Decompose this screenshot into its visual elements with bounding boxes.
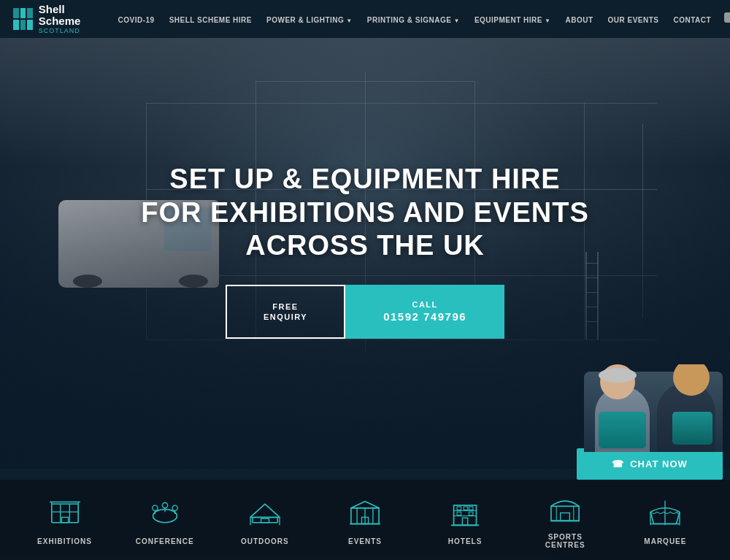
- chat-widget: ☎ CHAT NOW: [562, 364, 730, 480]
- svg-rect-2: [51, 504, 77, 522]
- nav-about[interactable]: ABOUT: [558, 16, 600, 24]
- logo-grid-icon: [13, 8, 33, 30]
- events-icon: [347, 495, 383, 532]
- nav-power-lighting[interactable]: POWER & LIGHTING▼: [259, 16, 360, 24]
- nav-equipment-hire[interactable]: EQUIPMENT HIRE▼: [467, 16, 558, 24]
- conference-icon: [147, 495, 183, 532]
- brand-sub: SCOTLAND: [39, 28, 89, 35]
- hero-content: SET UP & EQUIPMENT HIRE FOR EXHIBITIONS …: [141, 163, 589, 339]
- youtube-icon[interactable]: [724, 12, 730, 25]
- exhibitions-label: EXHIBITIONS: [37, 537, 92, 545]
- svg-point-13: [172, 505, 177, 510]
- nav-printing-signage[interactable]: PRINTING & SIGNAGE▼: [360, 16, 467, 24]
- svg-rect-39: [551, 506, 579, 521]
- nav-covid[interactable]: COVID-19: [111, 16, 162, 24]
- svg-rect-34: [469, 506, 473, 510]
- venue-hotels[interactable]: HOTELS: [415, 495, 515, 545]
- marquee-icon: [647, 495, 683, 532]
- nav-contact[interactable]: CONTACT: [666, 16, 719, 24]
- sports-centres-label: SPORTS CENTRES: [536, 533, 594, 549]
- venue-events[interactable]: EVENTS: [315, 495, 415, 545]
- free-enquiry-button[interactable]: FREE ENQUIRY: [226, 285, 345, 339]
- nav-links: COVID-19 SHELL SCHEME HIRE POWER & LIGHT…: [111, 12, 730, 26]
- hero-buttons: FREE ENQUIRY CALL 01592 749796: [141, 285, 589, 339]
- logo[interactable]: Shell Scheme SCOTLAND: [13, 4, 89, 35]
- chat-now-button[interactable]: ☎ CHAT NOW: [577, 448, 723, 480]
- hotels-label: HOTELS: [448, 537, 483, 545]
- call-button[interactable]: CALL 01592 749796: [345, 285, 504, 339]
- svg-marker-23: [351, 501, 379, 507]
- marquee-label: MARQUEE: [644, 537, 686, 545]
- events-label: EVENTS: [348, 537, 382, 545]
- navbar: Shell Scheme SCOTLAND COVID-19 SHELL SCH…: [0, 0, 730, 38]
- chat-people-image: [584, 364, 723, 452]
- svg-rect-33: [464, 506, 467, 510]
- svg-rect-0: [724, 12, 730, 23]
- svg-point-11: [152, 505, 157, 510]
- svg-rect-35: [457, 512, 461, 515]
- svg-rect-40: [561, 513, 570, 521]
- phone-icon: ☎: [612, 459, 624, 469]
- venue-conference[interactable]: CONFERENCE: [115, 495, 215, 545]
- svg-rect-9: [61, 517, 68, 522]
- svg-rect-17: [253, 517, 278, 522]
- hero-title: SET UP & EQUIPMENT HIRE FOR EXHIBITIONS …: [141, 163, 589, 263]
- svg-marker-18: [250, 504, 280, 517]
- svg-rect-36: [469, 512, 473, 515]
- svg-point-12: [162, 502, 167, 507]
- hotels-icon: [447, 495, 483, 532]
- venue-marquee[interactable]: MARQUEE: [615, 495, 715, 545]
- venue-sports-centres[interactable]: SPORTS CENTRES: [515, 491, 615, 549]
- sports-centres-icon: [547, 491, 583, 527]
- brand-name: Shell Scheme: [39, 4, 89, 28]
- venue-outdoors[interactable]: OUTDOORS: [215, 495, 315, 545]
- svg-rect-32: [457, 506, 461, 510]
- conference-label: CONFERENCE: [136, 537, 194, 545]
- venue-exhibitions[interactable]: EXHIBITIONS: [15, 495, 115, 545]
- outdoors-icon: [247, 495, 283, 532]
- exhibitions-icon: [47, 495, 83, 532]
- svg-rect-37: [462, 518, 467, 525]
- nav-shell-scheme-hire[interactable]: SHELL SCHEME HIRE: [162, 16, 259, 24]
- nav-our-events[interactable]: OUR EVENTS: [601, 16, 666, 24]
- outdoors-label: OUTDOORS: [241, 537, 289, 545]
- venue-icons-bar: EXHIBITIONS CONFERENCE: [0, 480, 730, 560]
